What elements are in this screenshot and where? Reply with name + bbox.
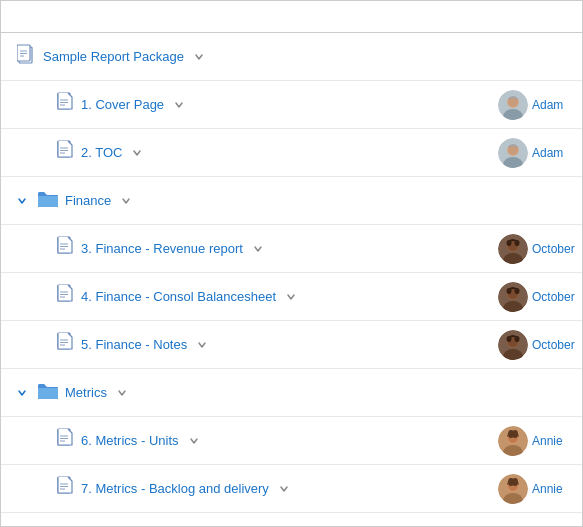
doc-package-icon	[17, 44, 37, 69]
row-name-cell: 2. TOC	[9, 140, 374, 165]
rows-container: Sample Report Package 1. Cover Page	[1, 33, 582, 513]
row-chevron[interactable]	[121, 196, 131, 206]
author-avatar	[498, 474, 528, 504]
row-label: 2. TOC	[81, 145, 122, 160]
row-label: 3. Finance - Revenue report	[81, 241, 243, 256]
author-avatar	[498, 282, 528, 312]
row-label: Metrics	[65, 385, 107, 400]
row-author-cell: Annie	[494, 474, 574, 504]
table-row[interactable]: 4. Finance - Consol Balancesheet October	[1, 273, 582, 321]
row-chevron[interactable]	[132, 148, 142, 158]
row-name-cell: Metrics	[9, 382, 374, 403]
row-chevron[interactable]	[197, 340, 207, 350]
table-row[interactable]: Sample Report Package	[1, 33, 582, 81]
report-table: Sample Report Package 1. Cover Page	[0, 0, 583, 527]
expand-arrow[interactable]	[17, 196, 27, 206]
svg-point-40	[515, 288, 520, 294]
row-name-cell: 7. Metrics - Backlog and delivery	[9, 476, 374, 501]
table-row[interactable]: Finance	[1, 177, 582, 225]
row-author-cell: October	[494, 282, 574, 312]
row-label: Sample Report Package	[43, 49, 184, 64]
row-label: 6. Metrics - Units	[81, 433, 179, 448]
author-name: Annie	[532, 434, 563, 448]
table-row[interactable]: 6. Metrics - Units Annie	[1, 417, 582, 465]
row-label: Finance	[65, 193, 111, 208]
table-row[interactable]: 1. Cover Page Adam	[1, 81, 582, 129]
row-name-cell: 6. Metrics - Units	[9, 428, 374, 453]
row-name-cell: 4. Finance - Consol Balancesheet	[9, 284, 374, 309]
row-author-cell: Adam	[494, 90, 574, 120]
table-row[interactable]: 7. Metrics - Backlog and delivery Annie	[1, 465, 582, 513]
doc-icon	[57, 140, 75, 165]
author-name: Adam	[532, 98, 563, 112]
row-chevron[interactable]	[174, 100, 184, 110]
row-name-cell: Finance	[9, 190, 374, 211]
row-label: 4. Finance - Consol Balancesheet	[81, 289, 276, 304]
doc-icon	[57, 476, 75, 501]
row-label: 7. Metrics - Backlog and delivery	[81, 481, 269, 496]
author-name: Annie	[532, 482, 563, 496]
row-author-cell: October	[494, 234, 574, 264]
table-row[interactable]: 3. Finance - Revenue report October	[1, 225, 582, 273]
svg-point-39	[507, 288, 512, 294]
author-avatar	[498, 234, 528, 264]
svg-point-49	[507, 336, 512, 342]
author-avatar	[498, 90, 528, 120]
author-name: October	[532, 242, 575, 256]
svg-point-70	[512, 478, 518, 486]
doc-icon	[57, 236, 75, 261]
doc-icon	[57, 332, 75, 357]
row-name-cell: 3. Finance - Revenue report	[9, 236, 374, 261]
row-name-cell: 5. Finance - Notes	[9, 332, 374, 357]
row-name-cell: Sample Report Package	[9, 44, 374, 69]
table-row[interactable]: 2. TOC Adam	[1, 129, 582, 177]
svg-point-60	[512, 430, 518, 438]
row-label: 1. Cover Page	[81, 97, 164, 112]
author-avatar	[498, 330, 528, 360]
doc-icon	[57, 428, 75, 453]
svg-rect-1	[17, 45, 30, 61]
table-header	[1, 1, 582, 33]
author-name: Adam	[532, 146, 563, 160]
row-label: 5. Finance - Notes	[81, 337, 187, 352]
row-chevron[interactable]	[194, 52, 204, 62]
folder-icon	[37, 382, 59, 403]
table-row[interactable]: Metrics	[1, 369, 582, 417]
row-author-cell: Adam	[494, 138, 574, 168]
row-chevron[interactable]	[279, 484, 289, 494]
row-author-cell: October	[494, 330, 574, 360]
row-chevron[interactable]	[286, 292, 296, 302]
author-avatar	[498, 426, 528, 456]
row-chevron[interactable]	[253, 244, 263, 254]
row-name-cell: 1. Cover Page	[9, 92, 374, 117]
row-author-cell: Annie	[494, 426, 574, 456]
author-avatar	[498, 138, 528, 168]
doc-icon	[57, 92, 75, 117]
author-name: October	[532, 290, 575, 304]
svg-point-29	[507, 240, 512, 246]
row-chevron[interactable]	[189, 436, 199, 446]
author-name: October	[532, 338, 575, 352]
svg-point-30	[515, 240, 520, 246]
table-row[interactable]: 5. Finance - Notes October	[1, 321, 582, 369]
row-chevron[interactable]	[117, 388, 127, 398]
folder-icon	[37, 190, 59, 211]
expand-arrow[interactable]	[17, 388, 27, 398]
doc-icon	[57, 284, 75, 309]
svg-point-50	[515, 336, 520, 342]
